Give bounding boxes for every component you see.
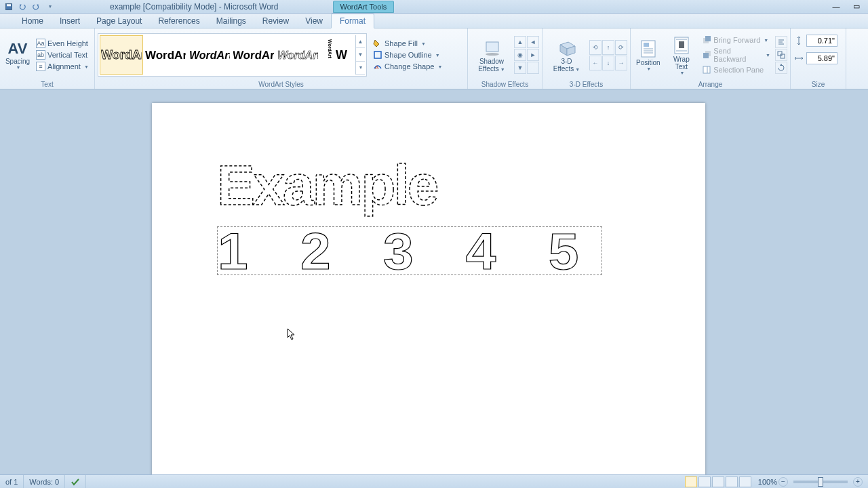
svg-rect-19 [679, 41, 684, 48]
height-field[interactable] [793, 34, 837, 47]
height-input[interactable] [806, 35, 837, 47]
3d-tilt-down-right[interactable]: → [615, 56, 627, 70]
tab-view[interactable]: View [297, 14, 331, 28]
shadow-toggle[interactable]: ◉ [514, 49, 526, 61]
gallery-more[interactable]: ▾ [356, 62, 365, 75]
svg-rect-23 [705, 36, 711, 41]
wordart-example[interactable]: Example [217, 157, 604, 218]
shadow-effects-button[interactable]: Shadow Effects▼ [471, 36, 513, 75]
bring-forward-button[interactable]: Bring Forward▼ [700, 35, 772, 45]
zoom-slider[interactable] [793, 481, 848, 483]
tab-page-layout[interactable]: Page Layout [88, 14, 150, 28]
selection-pane-button[interactable]: Selection Pane [700, 64, 772, 75]
rotate-button[interactable] [775, 62, 787, 74]
3d-tilt-right[interactable]: ⟳ [615, 40, 627, 55]
document-page[interactable]: Example 1 2 3 4 5 [152, 103, 705, 474]
wordart-style-6[interactable]: WordArt [320, 35, 334, 75]
wordart-numbers[interactable]: 1 2 3 4 5 [218, 227, 597, 276]
qat-customize[interactable]: ▼ [43, 1, 56, 12]
group-button[interactable] [775, 49, 787, 61]
3d-tilt-down[interactable]: ↓ [602, 56, 614, 70]
3d-effects-button[interactable]: 3-D Effects▼ [545, 36, 588, 75]
vertical-text-icon: ab [36, 50, 45, 60]
wrap-text-button[interactable]: Wrap Text ▼ [665, 34, 699, 77]
svg-rect-31 [778, 52, 782, 56]
svg-text:WordArt: WordArt [233, 49, 274, 62]
wordart-style-7[interactable]: W [334, 35, 355, 75]
gallery-scroll-down[interactable]: ▼ [356, 48, 365, 61]
wordart-style-5[interactable]: WordArt [276, 35, 319, 75]
position-icon [638, 39, 658, 59]
view-draft[interactable] [739, 476, 751, 487]
minimize-button[interactable]: — [830, 2, 842, 12]
svg-text:WordArt: WordArt [101, 48, 142, 62]
even-height-icon: Aa [36, 39, 45, 48]
group-label-3d: 3-D Effects [545, 80, 627, 89]
shape-outline-button[interactable]: Shape Outline▼ [371, 49, 444, 60]
view-print-layout[interactable] [685, 476, 697, 487]
wordart-style-3[interactable]: WordArt [188, 35, 231, 75]
wrap-text-icon [671, 35, 692, 56]
shadow-nudge-spare[interactable] [527, 62, 539, 74]
tab-home[interactable]: Home [14, 14, 52, 28]
svg-text:WordArt: WordArt [277, 49, 318, 61]
shadow-nudge-right[interactable]: ► [527, 49, 539, 61]
width-input[interactable] [806, 52, 837, 64]
send-backward-button[interactable]: Send Backward▼ [700, 46, 772, 64]
zoom-level[interactable]: 100% [758, 478, 777, 486]
wordart-style-gallery[interactable]: WordArt WordArt WordArt WordArt WordArt … [98, 33, 367, 77]
change-shape-button[interactable]: AChange Shape▼ [371, 61, 444, 72]
undo-button[interactable] [16, 1, 28, 12]
align-button[interactable] [775, 36, 787, 48]
tab-format[interactable]: Format [331, 14, 374, 28]
view-full-screen[interactable] [698, 476, 711, 487]
svg-text:A: A [375, 64, 379, 70]
width-icon [793, 53, 804, 64]
shape-outline-icon [373, 50, 382, 60]
shadow-nudge-left[interactable]: ◄ [527, 36, 539, 48]
tab-references[interactable]: References [150, 14, 208, 28]
wordart-style-4[interactable]: WordArt [232, 35, 275, 75]
shape-fill-button[interactable]: Shape Fill▼ [371, 38, 444, 49]
save-button[interactable] [3, 1, 15, 12]
spacing-button[interactable]: AV Spacing ▼ [3, 39, 33, 71]
shadow-nudge-down[interactable]: ▼ [514, 62, 526, 74]
3d-tilt-left[interactable]: ⟲ [589, 40, 601, 55]
vertical-text-button[interactable]: abVertical Text [34, 49, 91, 60]
svg-rect-11 [486, 42, 498, 52]
spacing-icon: AV [8, 40, 28, 58]
even-height-button[interactable]: AaEven Height [34, 38, 91, 49]
3d-tilt-down-left[interactable]: ← [589, 56, 601, 70]
tab-insert[interactable]: Insert [52, 14, 88, 28]
proofing-status[interactable] [65, 475, 86, 488]
tab-mailings[interactable]: Mailings [208, 14, 254, 28]
height-icon [793, 35, 804, 46]
wordart-style-2[interactable]: WordArt [144, 35, 187, 75]
group-label-arrange: Arrange [633, 80, 787, 89]
group-label-styles: WordArt Styles [98, 80, 465, 89]
redo-button[interactable] [30, 1, 42, 12]
view-outline[interactable] [726, 476, 738, 487]
3d-tilt-up[interactable]: ↑ [602, 40, 614, 55]
shadow-nudge-up[interactable]: ▲ [514, 36, 526, 48]
zoom-thumb[interactable] [818, 477, 823, 487]
page-status[interactable]: of 1 [0, 475, 24, 488]
zoom-out-button[interactable]: − [778, 477, 788, 487]
group-label-size: Size [793, 80, 843, 89]
position-button[interactable]: Position ▼ [633, 37, 663, 73]
selection-pane-icon [702, 65, 711, 75]
window-title: example [Compatibility Mode] - Microsoft… [110, 2, 279, 12]
wordart-style-1[interactable]: WordArt [100, 35, 143, 75]
group-label-text: Text [3, 80, 92, 89]
word-count[interactable]: Words: 0 [24, 475, 65, 488]
view-web-layout[interactable] [712, 476, 724, 487]
bring-forward-icon [702, 35, 711, 45]
gallery-scroll-up[interactable]: ▲ [356, 35, 365, 48]
svg-rect-9 [374, 52, 381, 58]
alignment-button[interactable]: ≡Alignment▼ [34, 61, 91, 72]
tab-review[interactable]: Review [254, 14, 297, 28]
restore-button[interactable]: ▭ [850, 2, 863, 12]
wordart-numbers-wrapper[interactable]: 1 2 3 4 5 [217, 226, 602, 275]
zoom-in-button[interactable]: + [853, 477, 863, 487]
width-field[interactable] [793, 52, 837, 65]
